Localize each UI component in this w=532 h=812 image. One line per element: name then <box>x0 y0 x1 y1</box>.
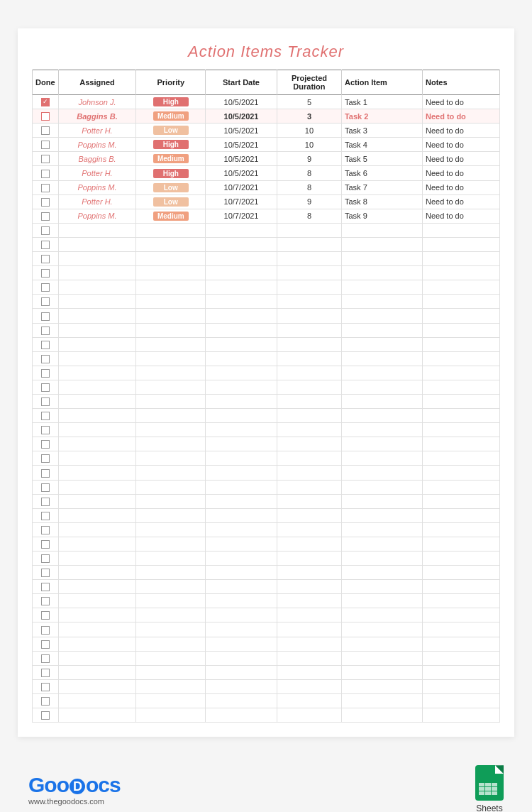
checkbox[interactable] <box>41 312 50 321</box>
done-cell[interactable] <box>33 194 59 209</box>
checkbox[interactable] <box>41 112 50 121</box>
checkbox[interactable] <box>41 412 50 420</box>
logo-text: GooDocs <box>28 773 121 797</box>
checkbox[interactable] <box>41 512 50 520</box>
checkbox[interactable] <box>41 297 50 306</box>
done-cell[interactable] <box>33 124 59 138</box>
checkbox[interactable] <box>41 540 50 549</box>
checkbox[interactable] <box>41 283 50 292</box>
checkbox[interactable] <box>41 341 50 349</box>
checkbox[interactable] <box>41 383 50 392</box>
header-action-item: Action Item <box>341 70 422 95</box>
header-priority: Priority <box>136 70 206 95</box>
checkbox[interactable] <box>41 369 50 378</box>
notes-cell: Need to do <box>422 194 499 209</box>
empty-row <box>33 508 500 522</box>
assigned-cell: Poppins M. <box>58 180 136 194</box>
action-item-cell: Task 9 <box>341 209 422 223</box>
priority-badge: Medium <box>153 154 189 163</box>
table-row: Poppins M.Low10/7/20218Task 7Need to do <box>33 180 500 194</box>
header-assigned: Assigned <box>58 70 136 95</box>
notes-cell: Need to do <box>422 152 499 166</box>
checkbox[interactable] <box>41 654 50 663</box>
done-cell[interactable] <box>33 152 59 166</box>
done-cell[interactable] <box>33 209 59 223</box>
done-cell[interactable] <box>33 138 59 152</box>
priority-cell: Low <box>136 194 206 209</box>
done-cell[interactable] <box>33 95 59 109</box>
action-item-cell: Task 3 <box>341 124 422 138</box>
empty-row <box>33 693 500 708</box>
start-date-cell: 10/5/2021 <box>206 138 277 152</box>
checkbox[interactable] <box>41 526 50 534</box>
empty-row <box>33 380 500 394</box>
checkbox[interactable] <box>41 711 50 720</box>
checkbox[interactable] <box>41 184 50 192</box>
checkbox[interactable] <box>41 440 50 449</box>
checkbox[interactable] <box>41 355 50 363</box>
checkbox[interactable] <box>41 426 50 434</box>
start-date-cell: 10/5/2021 <box>206 95 277 109</box>
action-item-cell: Task 7 <box>341 180 422 194</box>
checkbox[interactable] <box>41 498 50 506</box>
checkbox[interactable] <box>41 170 50 178</box>
assigned-cell: Johnson J. <box>58 95 136 109</box>
checkbox[interactable] <box>41 483 50 492</box>
table-row: Potter H.Low10/7/20219Task 8Need to do <box>33 194 500 209</box>
checkbox[interactable] <box>41 554 50 563</box>
footer: GooDocs www.thegoodocs.com Sheets <box>0 751 532 812</box>
priority-cell: Low <box>136 124 206 138</box>
empty-row <box>33 280 500 295</box>
checkbox[interactable] <box>41 683 50 691</box>
checkbox[interactable] <box>41 126 50 135</box>
checkbox[interactable] <box>41 583 50 591</box>
checkbox[interactable] <box>41 255 50 263</box>
checkbox[interactable] <box>41 697 50 706</box>
start-date-cell: 10/7/2021 <box>206 194 277 209</box>
duration-cell: 8 <box>277 180 341 194</box>
empty-row <box>33 451 500 466</box>
duration-cell: 3 <box>277 109 341 124</box>
checkbox[interactable] <box>41 198 50 207</box>
assigned-cell: Baggins B. <box>58 152 136 166</box>
start-date-cell: 10/7/2021 <box>206 180 277 194</box>
checkbox[interactable] <box>41 669 50 677</box>
checkbox[interactable] <box>41 155 50 163</box>
checkbox[interactable] <box>41 569 50 577</box>
checkbox[interactable] <box>41 397 50 406</box>
checkbox[interactable] <box>41 241 50 249</box>
empty-row <box>33 351 500 366</box>
start-date-cell: 10/5/2021 <box>206 166 277 180</box>
priority-badge: High <box>153 140 189 149</box>
checkbox[interactable] <box>41 626 50 635</box>
duration-cell: 5 <box>277 95 341 109</box>
checkbox[interactable] <box>41 269 50 278</box>
done-cell[interactable] <box>33 109 59 124</box>
empty-row <box>33 566 500 580</box>
checkbox[interactable] <box>41 611 50 620</box>
sheets-icon-container: Sheets <box>475 765 504 812</box>
empty-row <box>33 494 500 508</box>
checkbox[interactable] <box>41 141 50 149</box>
assigned-cell: Poppins M. <box>58 138 136 152</box>
priority-cell: Medium <box>136 209 206 223</box>
checkbox[interactable] <box>41 597 50 605</box>
done-cell[interactable] <box>33 180 59 194</box>
checkbox[interactable] <box>41 454 50 463</box>
checkbox[interactable] <box>41 327 50 335</box>
empty-row <box>33 708 500 723</box>
checkbox[interactable] <box>41 469 50 478</box>
table-row: Johnson J.High10/5/20215Task 1Need to do <box>33 95 500 109</box>
start-date-cell: 10/5/2021 <box>206 109 277 124</box>
empty-row <box>33 323 500 337</box>
empty-row <box>33 266 500 280</box>
checkbox[interactable] <box>41 98 50 106</box>
empty-row <box>33 466 500 480</box>
notes-cell: Need to do <box>422 109 499 124</box>
header-start-date: Start Date <box>206 70 277 95</box>
checkbox[interactable] <box>41 212 50 221</box>
assigned-cell: Baggins B. <box>58 109 136 124</box>
done-cell[interactable] <box>33 166 59 180</box>
checkbox[interactable] <box>41 640 50 649</box>
checkbox[interactable] <box>41 226 50 235</box>
